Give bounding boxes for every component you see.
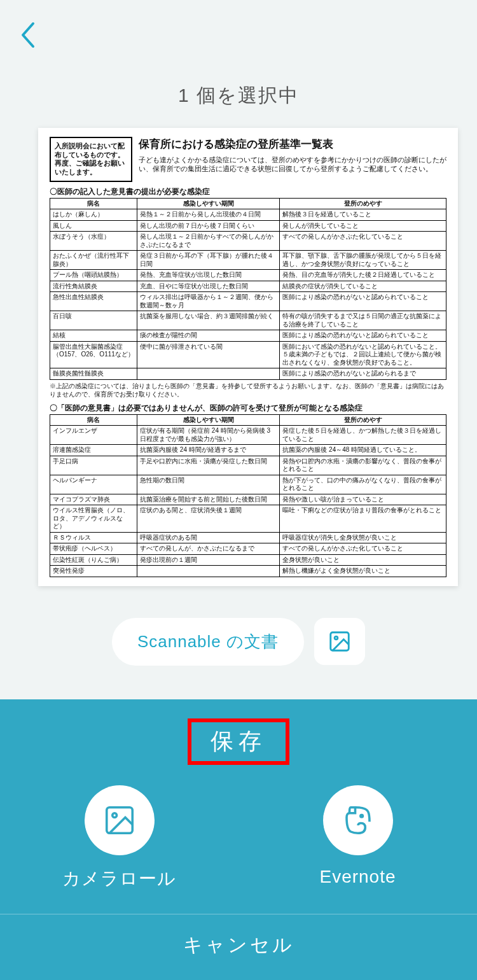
- infection-table-2: 病名感染しやすい期間登所のめやすインフルエンザ症状が有る期間（発症前 24 時間…: [50, 414, 446, 577]
- cancel-button[interactable]: キャンセル: [0, 914, 477, 980]
- svg-point-4: [360, 815, 363, 817]
- svg-point-1: [335, 636, 338, 640]
- section1-heading: 〇医師の記入した意見書の提出が必要な感染症: [50, 187, 446, 197]
- thumbnail-button[interactable]: [314, 618, 365, 665]
- doc-title: 保育所における感染症の登所基準一覧表: [139, 137, 446, 151]
- notice-box: 入所説明会において配布しているものです。再度、ご確認をお願いいたします。: [50, 137, 132, 182]
- save-panel: 保存 カメラロール Evernote キャンセル: [0, 699, 477, 980]
- back-button[interactable]: [19, 20, 37, 57]
- image-icon: [328, 629, 352, 654]
- camera-roll-label: カメラロール: [62, 867, 176, 891]
- evernote-icon: [341, 803, 375, 837]
- selection-count: 1 個を選択中: [0, 76, 477, 122]
- doc-intro: 子ども達がよくかかる感染症については、登所のめやすを参考にかかりつけの医師の診断…: [139, 155, 446, 173]
- save-evernote[interactable]: Evernote: [238, 785, 477, 891]
- evernote-label: Evernote: [319, 867, 396, 887]
- save-header: 保存: [0, 699, 477, 773]
- section1-footnote: ※上記の感染症については、治りましたら医師の「意見書」を持参して登所するようお願…: [50, 382, 446, 398]
- document-preview[interactable]: 入所説明会において配布しているものです。再度、ご確認をお願いいたします。 保育所…: [38, 128, 458, 586]
- svg-point-3: [112, 813, 116, 818]
- filename-input[interactable]: Scannable の文書: [112, 618, 304, 666]
- image-icon: [102, 803, 137, 837]
- section2-heading: 〇「医師の意見書」は必要ではありませんが、医師の許可を受けて登所が可能となる感染…: [50, 403, 446, 413]
- infection-table-1: 病名感染しやすい期間登所のめやすはしか（麻しん）発熱１～２日前から発しん出現後の…: [50, 198, 446, 380]
- save-camera-roll[interactable]: カメラロール: [0, 785, 238, 891]
